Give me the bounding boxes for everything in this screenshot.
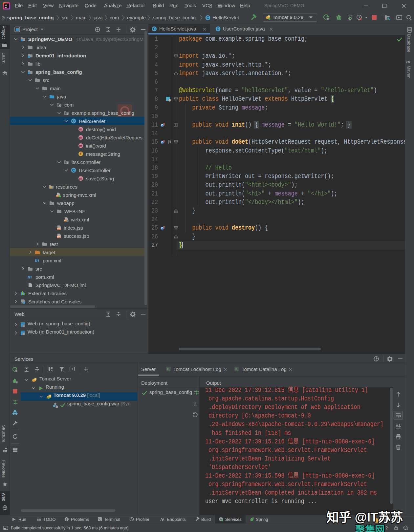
svg-text:m: m bbox=[79, 127, 82, 131]
svg-text:JSP: JSP bbox=[57, 236, 60, 238]
svg-text:C: C bbox=[207, 16, 209, 20]
svg-text:C: C bbox=[72, 119, 75, 123]
svg-text:C: C bbox=[217, 27, 219, 31]
svg-text:m: m bbox=[79, 135, 82, 139]
svg-text:</>: </> bbox=[64, 219, 67, 221]
svg-text:f: f bbox=[80, 152, 81, 156]
svg-text:m: m bbox=[79, 176, 82, 180]
svg-text:JSP: JSP bbox=[57, 228, 60, 230]
svg-text:C: C bbox=[153, 27, 156, 31]
svg-text:</>: </> bbox=[56, 195, 59, 197]
svg-text:m: m bbox=[79, 144, 82, 148]
svg-text:@: @ bbox=[168, 140, 171, 145]
svg-text:C: C bbox=[72, 168, 75, 172]
